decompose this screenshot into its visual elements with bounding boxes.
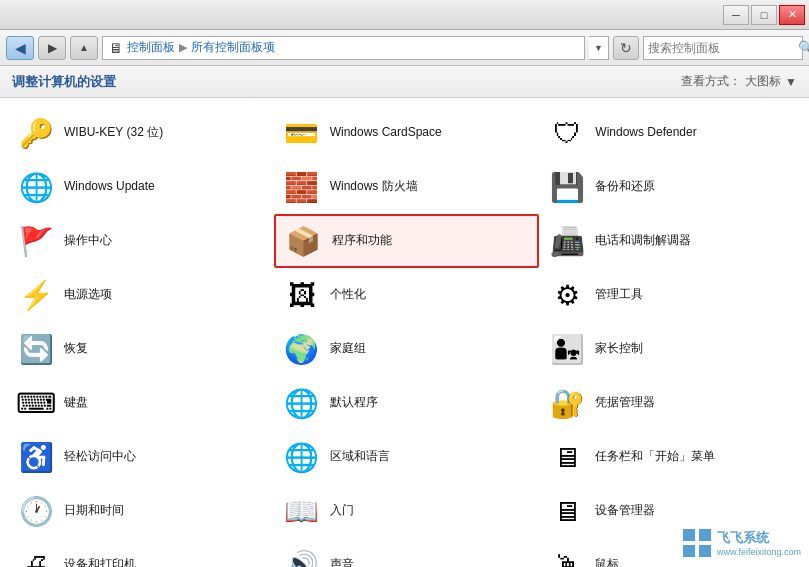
action-center-icon: 🚩: [16, 221, 56, 261]
grid-item-wibu-key[interactable]: 🔑WIBU-KEY (32 位): [8, 106, 274, 160]
watermark-text-block: 飞飞系统 www.feifeixitong.com: [717, 529, 801, 557]
grid-item-windows-defender[interactable]: 🛡Windows Defender: [539, 106, 805, 160]
breadcrumb-dropdown-button[interactable]: ▼: [589, 36, 609, 60]
parental-controls-icon: 👨‍👧: [547, 329, 587, 369]
window-controls: ─ □ ✕: [723, 5, 805, 25]
manage-tools-icon: ⚙: [547, 275, 587, 315]
devices-printers-icon: 🖨: [16, 545, 56, 567]
grid-item-homegroup[interactable]: 🌍家庭组: [274, 322, 540, 376]
wibu-key-icon: 🔑: [16, 113, 56, 153]
grid-item-backup-restore[interactable]: 💾备份和还原: [539, 160, 805, 214]
windows-cardspace-icon: 💳: [282, 113, 322, 153]
grid-item-default-programs[interactable]: 🌐默认程序: [274, 376, 540, 430]
items-grid: 🔑WIBU-KEY (32 位)💳Windows CardSpace🛡Windo…: [0, 98, 809, 567]
wibu-key-label: WIBU-KEY (32 位): [64, 125, 163, 141]
search-input[interactable]: [648, 41, 798, 55]
toolbar: 调整计算机的设置 查看方式： 大图标 ▼: [0, 66, 809, 98]
programs-features-label: 程序和功能: [332, 233, 392, 249]
svg-rect-3: [699, 545, 711, 557]
power-options-label: 电源选项: [64, 287, 112, 303]
grid-item-windows-update[interactable]: 🌐Windows Update: [8, 160, 274, 214]
refresh-button[interactable]: ↻: [613, 36, 639, 60]
ease-access-icon: ♿: [16, 437, 56, 477]
grid-item-date-time[interactable]: 🕐日期和时间: [8, 484, 274, 538]
grid-item-power-options[interactable]: ⚡电源选项: [8, 268, 274, 322]
grid-item-devices-printers[interactable]: 🖨设备和打印机: [8, 538, 274, 567]
view-label: 查看方式：: [681, 73, 741, 90]
manage-tools-label: 管理工具: [595, 287, 643, 303]
backup-restore-label: 备份和还原: [595, 179, 655, 195]
grid-item-sound[interactable]: 🔊声音: [274, 538, 540, 567]
get-started-icon: 📖: [282, 491, 322, 531]
grid-item-region-language[interactable]: 🌐区域和语言: [274, 430, 540, 484]
watermark-logo: [681, 527, 713, 559]
device-mgr-label: 设备管理器: [595, 503, 655, 519]
default-programs-label: 默认程序: [330, 395, 378, 411]
search-bar: 🔍: [643, 36, 803, 60]
region-language-icon: 🌐: [282, 437, 322, 477]
view-mode-selector[interactable]: 查看方式： 大图标 ▼: [681, 73, 797, 90]
grid-item-credential-mgr[interactable]: 🔐凭据管理器: [539, 376, 805, 430]
grid-item-recovery[interactable]: 🔄恢复: [8, 322, 274, 376]
taskbar-start-icon: 🖥: [547, 437, 587, 477]
credential-mgr-icon: 🔐: [547, 383, 587, 423]
grid-item-manage-tools[interactable]: ⚙管理工具: [539, 268, 805, 322]
close-button[interactable]: ✕: [779, 5, 805, 25]
action-center-label: 操作中心: [64, 233, 112, 249]
windows-defender-icon: 🛡: [547, 113, 587, 153]
grid-item-ease-access[interactable]: ♿轻松访问中心: [8, 430, 274, 484]
main-content: 调整计算机的设置 查看方式： 大图标 ▼ 🔑WIBU-KEY (32 位)💳Wi…: [0, 66, 809, 567]
grid-item-taskbar-start[interactable]: 🖥任务栏和「开始」菜单: [539, 430, 805, 484]
grid-item-get-started[interactable]: 📖入门: [274, 484, 540, 538]
default-programs-icon: 🌐: [282, 383, 322, 423]
windows-firewall-label: Windows 防火墙: [330, 179, 418, 195]
recovery-icon: 🔄: [16, 329, 56, 369]
address-bar: ◀ ▶ ▲ 🖥 控制面板 ▶ 所有控制面板项 ▼ ↻ 🔍: [0, 30, 809, 66]
back-button[interactable]: ◀: [6, 36, 34, 60]
sound-icon: 🔊: [282, 545, 322, 567]
grid-item-keyboard[interactable]: ⌨键盘: [8, 376, 274, 430]
view-mode-value: 大图标: [745, 73, 781, 90]
svg-rect-0: [683, 529, 695, 541]
page-title: 调整计算机的设置: [12, 73, 116, 91]
svg-rect-1: [699, 529, 711, 541]
watermark-url: www.feifeixitong.com: [717, 547, 801, 557]
keyboard-icon: ⌨: [16, 383, 56, 423]
up-button[interactable]: ▲: [70, 36, 98, 60]
search-button[interactable]: 🔍: [798, 38, 809, 58]
minimize-button[interactable]: ─: [723, 5, 749, 25]
grid-item-phone-modem[interactable]: 📠电话和调制解调器: [539, 214, 805, 268]
breadcrumb-icon: 🖥: [109, 40, 123, 56]
breadcrumb-item-all[interactable]: 所有控制面板项: [191, 39, 275, 56]
date-time-icon: 🕐: [16, 491, 56, 531]
mouse-icon: 🖱: [547, 545, 587, 567]
ease-access-label: 轻松访问中心: [64, 449, 136, 465]
get-started-label: 入门: [330, 503, 354, 519]
grid-item-personalization[interactable]: 🖼个性化: [274, 268, 540, 322]
windows-firewall-icon: 🧱: [282, 167, 322, 207]
devices-printers-label: 设备和打印机: [64, 557, 136, 567]
programs-features-icon: 📦: [284, 221, 324, 261]
svg-rect-2: [683, 545, 695, 557]
mouse-label: 鼠标: [595, 557, 619, 567]
recovery-label: 恢复: [64, 341, 88, 357]
grid-item-action-center[interactable]: 🚩操作中心: [8, 214, 274, 268]
grid-item-windows-firewall[interactable]: 🧱Windows 防火墙: [274, 160, 540, 214]
content-area: 调整计算机的设置 查看方式： 大图标 ▼ 🔑WIBU-KEY (32 位)💳Wi…: [0, 66, 809, 567]
breadcrumb-item-controlpanel[interactable]: 控制面板: [127, 39, 175, 56]
view-dropdown-icon: ▼: [785, 75, 797, 89]
keyboard-label: 键盘: [64, 395, 88, 411]
phone-modem-icon: 📠: [547, 221, 587, 261]
windows-update-icon: 🌐: [16, 167, 56, 207]
grid-item-programs-features[interactable]: 📦程序和功能: [274, 214, 540, 268]
windows-cardspace-label: Windows CardSpace: [330, 125, 442, 141]
maximize-button[interactable]: □: [751, 5, 777, 25]
grid-item-parental-controls[interactable]: 👨‍👧家长控制: [539, 322, 805, 376]
watermark-brand: 飞飞系统: [717, 529, 801, 547]
watermark: 飞飞系统 www.feifeixitong.com: [681, 527, 801, 559]
sound-label: 声音: [330, 557, 354, 567]
personalization-label: 个性化: [330, 287, 366, 303]
forward-button[interactable]: ▶: [38, 36, 66, 60]
grid-item-windows-cardspace[interactable]: 💳Windows CardSpace: [274, 106, 540, 160]
parental-controls-label: 家长控制: [595, 341, 643, 357]
